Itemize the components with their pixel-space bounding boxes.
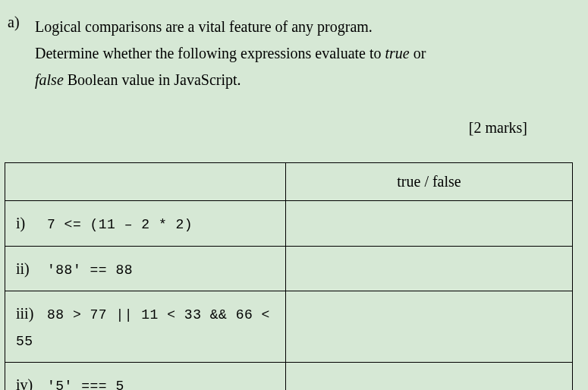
row-label: ii) [16,256,43,281]
question-letter: a) [5,14,27,162]
false-word: false [35,71,64,88]
code-expression: '5' === 5 [47,379,124,390]
table-row: ii) '88' == 88 [5,246,573,291]
marks-label: [2 marks] [35,115,573,141]
question-line2-pre: Determine whether the following expressi… [35,45,385,61]
header-empty [5,163,286,201]
true-word: true [385,45,410,61]
row-label: iii) [16,300,43,326]
code-expression: 7 <= (11 – 2 * 2) [47,217,193,232]
header-answer: true / false [286,163,573,201]
expression-cell: iii) 88 > 77 || 11 < 33 && 66 < 55 [5,291,286,363]
question-text: Logical comparisons are a vital feature … [35,14,573,162]
table-row: iv) '5' === 5 [5,363,573,390]
table-header-row: true / false [5,163,573,201]
table-row: i) 7 <= (11 – 2 * 2) [5,201,573,247]
code-expression: '88' == 88 [47,263,133,278]
answer-cell[interactable] [286,291,573,363]
code-expression: 88 > 77 || 11 < 33 && 66 < 55 [16,307,270,349]
question-block: a) Logical comparisons are a vital featu… [5,14,573,162]
question-line1: Logical comparisons are a vital feature … [35,18,373,35]
row-label: i) [16,210,43,236]
answer-cell[interactable] [286,363,573,390]
answer-table: true / false i) 7 <= (11 – 2 * 2) ii) '8… [5,162,573,390]
answer-cell[interactable] [286,201,573,247]
answer-cell[interactable] [286,246,573,291]
expression-cell: iv) '5' === 5 [5,363,286,390]
question-line3-post: Boolean value in JavaScript. [64,71,241,88]
expression-cell: i) 7 <= (11 – 2 * 2) [5,201,286,247]
table-row: iii) 88 > 77 || 11 < 33 && 66 < 55 [5,291,573,363]
row-label: iv) [16,372,43,390]
question-line2-mid: or [410,45,426,61]
expression-cell: ii) '88' == 88 [5,246,286,291]
